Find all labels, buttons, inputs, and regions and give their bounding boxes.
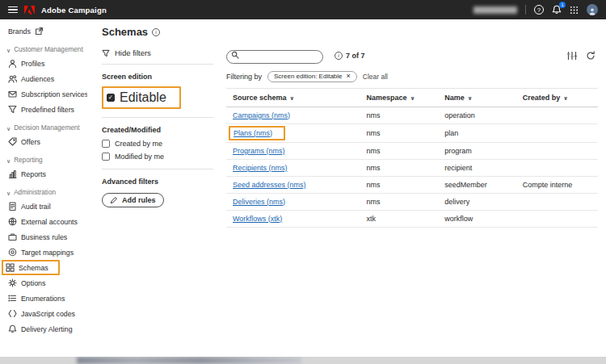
sidebar-item-target-mappings[interactable]: Target mappings — [0, 245, 87, 260]
adobe-campaign-app: Adobe Campaign 1 Brands — [0, 0, 606, 364]
filter-chip-screen-edition-editable[interactable]: Screen edition: Editable — [267, 71, 357, 82]
user-name-redacted — [473, 6, 517, 14]
schema-grid-icon — [6, 263, 15, 272]
help-icon[interactable] — [534, 5, 544, 15]
checkbox-created-by-me[interactable] — [102, 140, 110, 148]
notification-badge: 1 — [559, 2, 566, 8]
result-count: 7 of 7 — [346, 52, 365, 60]
sidebar-item-javascript-codes[interactable]: JavaScript codes — [0, 306, 87, 321]
results-area: 7 of 7 Filtering by — [226, 46, 598, 357]
table-row-programs: Programs (nms) nms program — [226, 142, 598, 159]
brands-switcher-icon — [35, 27, 44, 36]
sidebar-item-schemas[interactable]: Schemas — [0, 260, 87, 275]
chevron-down-icon — [6, 48, 11, 53]
funnel-icon — [8, 105, 17, 114]
sidebar-section-reporting[interactable]: Reporting — [0, 149, 87, 166]
hamburger-menu-icon[interactable] — [8, 6, 18, 14]
sidebar-item-subscription-services[interactable]: Subscription services — [0, 86, 87, 102]
refresh-icon[interactable] — [586, 51, 595, 61]
sidebar-section-customer-management[interactable]: Customer Management — [0, 39, 87, 56]
document-icon — [8, 202, 17, 211]
schema-link-plans[interactable]: Plans (nms) — [234, 129, 272, 137]
filtering-by-row: Filtering by Screen edition: Editable Cl… — [226, 71, 598, 82]
filter-group-title-created-modified: Created/Modified — [102, 126, 213, 134]
advanced-filters-title: Advanced filters — [102, 178, 213, 186]
filter-group-title-screen-edition: Screen edition — [102, 73, 213, 81]
filter-funnel-icon — [102, 49, 110, 57]
checkbox-modified-by-me[interactable] — [102, 153, 110, 161]
profile-icon — [8, 59, 17, 68]
adobe-logo-icon[interactable] — [24, 6, 35, 15]
search-input[interactable] — [226, 50, 323, 64]
envelope-icon — [8, 90, 17, 98]
sidebar: Brands Customer Management Profiles Audi… — [0, 19, 87, 357]
gear-icon — [8, 278, 17, 287]
schemas-annotation-box: Schemas — [2, 260, 60, 275]
filters-divider — [102, 169, 213, 169]
sidebar-item-options[interactable]: Options — [0, 275, 87, 291]
chevron-down-icon — [6, 126, 11, 132]
sidebar-section-decision-management[interactable]: Decision Management — [0, 117, 87, 134]
schema-link-seed-addresses[interactable]: Seed addresses (nms) — [233, 181, 306, 189]
bell-icon — [8, 324, 17, 333]
sidebar-item-reports[interactable]: Reports — [0, 166, 87, 182]
search-box — [226, 48, 323, 64]
schemas-table: Source schema Namespace Name Created by … — [226, 88, 598, 228]
count-info-icon[interactable] — [335, 52, 343, 60]
filter-checkbox-created-by-me[interactable]: Created by me — [102, 140, 213, 148]
sidebar-item-audiences[interactable]: Audiences — [0, 71, 87, 86]
app-switcher-icon[interactable] — [570, 6, 579, 15]
sidebar-item-offers[interactable]: Offers — [0, 134, 87, 149]
column-header-source-schema[interactable]: Source schema — [226, 88, 360, 107]
sidebar-item-profiles[interactable]: Profiles — [0, 56, 87, 71]
chip-close-icon[interactable] — [347, 73, 351, 80]
clear-all-link[interactable]: Clear all — [363, 73, 388, 81]
editable-annotation-box: Editable — [102, 86, 181, 109]
add-rules-button[interactable]: Add rules — [102, 193, 164, 207]
schema-link-programs[interactable]: Programs (nms) — [233, 147, 285, 155]
sidebar-item-audit-trail[interactable]: Audit trail — [0, 199, 87, 214]
table-row-campaigns: Campaigns (nms) nms operation — [226, 107, 598, 123]
filter-checkbox-modified-by-me[interactable]: Modified by me — [102, 153, 213, 161]
target-icon — [8, 248, 17, 257]
column-settings-icon[interactable] — [567, 51, 577, 61]
sidebar-item-brands[interactable]: Brands — [0, 23, 87, 39]
plans-annotation-box: Plans (nms) — [229, 126, 285, 140]
hide-filters-button[interactable]: Hide filters — [102, 46, 213, 65]
sidebar-item-business-rules[interactable]: Business rules — [0, 229, 87, 245]
column-header-name[interactable]: Name — [438, 88, 516, 107]
briefcase-icon — [8, 232, 17, 241]
chevron-down-icon — [6, 190, 11, 196]
pencil-icon — [110, 196, 118, 204]
filters-panel: Hide filters Screen edition Editable Cre… — [102, 46, 213, 357]
sidebar-item-external-accounts[interactable]: External accounts — [0, 214, 87, 229]
schema-link-recipients[interactable]: Recipients (nms) — [233, 164, 288, 172]
avatar[interactable] — [587, 4, 598, 15]
notifications-bell-icon[interactable]: 1 — [552, 5, 562, 15]
column-header-namespace[interactable]: Namespace — [360, 88, 439, 107]
sidebar-item-predefined-filters[interactable]: Predefined filters — [0, 102, 87, 117]
filter-option-editable-row: Editable — [102, 86, 213, 109]
top-bar-actions: 1 — [473, 4, 598, 15]
sidebar-item-enumerations[interactable]: Enumerations — [0, 291, 87, 306]
table-toolbar: 7 of 7 — [226, 48, 598, 64]
page-info-icon[interactable] — [152, 28, 160, 36]
taskbar-redacted-content — [77, 357, 301, 364]
chevron-down-icon — [6, 158, 11, 164]
table-row-workflows: Workflows (xtk) xtk workflow — [226, 210, 598, 227]
schema-link-campaigns[interactable]: Campaigns (nms) — [233, 111, 290, 119]
checkbox-editable[interactable] — [107, 94, 115, 102]
table-row-plans: Plans (nms) nms plan — [226, 123, 598, 142]
column-header-created-by[interactable]: Created by — [516, 88, 598, 107]
sidebar-item-delivery-alerting[interactable]: Delivery Alerting — [0, 321, 87, 337]
search-icon — [231, 51, 239, 59]
filters-divider — [102, 117, 213, 118]
schema-link-deliveries[interactable]: Deliveries (nms) — [233, 198, 285, 206]
schema-link-workflows[interactable]: Workflows (xtk) — [233, 215, 282, 223]
sort-chevron-icon — [563, 95, 568, 101]
code-brackets-icon — [8, 309, 17, 318]
table-row-deliveries: Deliveries (nms) nms delivery — [226, 193, 598, 210]
taskbar — [0, 357, 606, 364]
page-title: Schemas — [102, 26, 148, 38]
sidebar-section-administration[interactable]: Administration — [0, 182, 87, 199]
